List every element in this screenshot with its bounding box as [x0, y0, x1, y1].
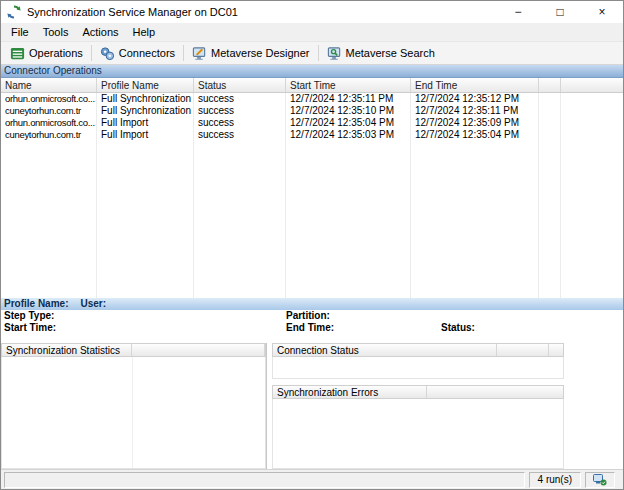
- detail-row-times: Start Time: End Time: Status:: [1, 322, 623, 334]
- status-bar-message-area: [4, 472, 525, 488]
- column-header-status[interactable]: Status: [194, 78, 286, 92]
- cell-profile-name: Full Synchronization: [97, 93, 194, 105]
- column-header-name[interactable]: Name: [1, 78, 97, 92]
- step-type-label: Step Type:: [1, 310, 286, 322]
- cell-name: cuneytorhun.com.tr: [1, 129, 97, 141]
- metaverse-designer-button-label: Metaverse Designer: [211, 47, 309, 59]
- cell-status: success: [194, 117, 286, 129]
- table-row[interactable]: orhun.onmicrosoft.co... Full Synchroniza…: [1, 93, 623, 105]
- detail-row-step: Step Type: Partition:: [1, 310, 623, 322]
- connection-status-header: Connection Status: [272, 343, 564, 357]
- menu-help[interactable]: Help: [126, 24, 163, 40]
- sync-statistics-header-blank[interactable]: [132, 344, 265, 356]
- run-count: 4 run(s): [529, 472, 581, 488]
- column-header-blank[interactable]: [539, 78, 561, 92]
- table-row[interactable]: cuneytorhun.com.tr Full Synchronization …: [1, 105, 623, 117]
- connectors-icon: [100, 46, 115, 61]
- column-header-profile-name[interactable]: Profile Name: [97, 78, 194, 92]
- synchronization-errors-header: Synchronization Errors: [272, 385, 564, 399]
- maximize-button[interactable]: □: [539, 1, 581, 23]
- status-bar-icon-cell: [585, 472, 615, 488]
- cell-start-time: 12/7/2024 12:35:04 PM: [286, 117, 411, 129]
- status-label: Status:: [441, 322, 623, 334]
- connection-status-panel: Connection Status Synchronization Errors: [272, 343, 564, 469]
- sync-statistics-header-label[interactable]: Synchronization Statistics: [2, 344, 132, 356]
- connection-state-icon: [593, 474, 607, 486]
- sync-statistics-header: Synchronization Statistics: [1, 343, 266, 357]
- menu-tools[interactable]: Tools: [36, 24, 76, 40]
- operations-icon: [10, 46, 25, 61]
- operations-button-label: Operations: [29, 47, 83, 59]
- cell-end-time: 12/7/2024 12:35:04 PM: [411, 129, 539, 141]
- title-bar: Synchronization Service Manager on DC01 …: [1, 1, 623, 23]
- window-controls: − □ ×: [497, 1, 623, 23]
- menu-bar: File Tools Actions Help: [1, 23, 623, 41]
- metaverse-designer-button[interactable]: Metaverse Designer: [186, 44, 315, 63]
- cell-status: success: [194, 105, 286, 117]
- menu-file[interactable]: File: [4, 24, 36, 40]
- synchronization-statistics-panel: Synchronization Statistics: [1, 343, 267, 469]
- cell-name: orhun.onmicrosoft.co...: [1, 117, 97, 129]
- toolbar: Operations Connectors Metaverse Designer: [1, 41, 623, 65]
- cell-status: success: [194, 129, 286, 141]
- column-divider: [132, 357, 133, 468]
- column-header-filler: [561, 78, 623, 92]
- cell-profile-name: Full Synchronization: [97, 105, 194, 117]
- app-icon: [6, 4, 22, 20]
- column-header-start-time[interactable]: Start Time: [286, 78, 411, 92]
- cell-name: orhun.onmicrosoft.co...: [1, 93, 97, 105]
- connector-operations-header: Connector Operations: [1, 65, 623, 78]
- connectors-button-label: Connectors: [119, 47, 175, 59]
- spacer: [1, 334, 623, 343]
- cell-start-time: 12/7/2024 12:35:11 PM: [286, 93, 411, 105]
- close-button[interactable]: ×: [581, 1, 623, 23]
- metaverse-search-button-label: Metaverse Search: [346, 47, 435, 59]
- panel-empty-area: [564, 343, 623, 469]
- sync-errors-header-blank[interactable]: [427, 386, 563, 398]
- minimize-button[interactable]: −: [497, 1, 539, 23]
- connection-status-header-blank2[interactable]: [549, 344, 563, 356]
- profile-name-label: Profile Name:: [1, 298, 68, 310]
- menu-actions[interactable]: Actions: [75, 24, 125, 40]
- connectors-button[interactable]: Connectors: [94, 44, 181, 63]
- metaverse-search-button[interactable]: Metaverse Search: [321, 44, 441, 63]
- end-time-label: End Time:: [286, 322, 441, 334]
- status-bar: 4 run(s): [1, 469, 623, 489]
- sync-errors-body: [272, 399, 564, 469]
- user-label: User:: [80, 298, 106, 310]
- cell-name: cuneytorhun.com.tr: [1, 105, 97, 117]
- cell-start-time: 12/7/2024 12:35:03 PM: [286, 129, 411, 141]
- table-row[interactable]: cuneytorhun.com.tr Full Import success 1…: [1, 129, 623, 141]
- toolbar-separator: [183, 45, 184, 61]
- cell-profile-name: Full Import: [97, 117, 194, 129]
- metaverse-search-icon: [327, 46, 342, 61]
- table-row[interactable]: orhun.onmicrosoft.co... Full Import succ…: [1, 117, 623, 129]
- sync-statistics-body: [1, 357, 266, 469]
- metaverse-designer-icon: [192, 46, 207, 61]
- toolbar-separator: [318, 45, 319, 61]
- detail-panels: Synchronization Statistics Connection St…: [1, 343, 623, 469]
- window-title: Synchronization Service Manager on DC01: [27, 6, 238, 18]
- cell-end-time: 12/7/2024 12:35:12 PM: [411, 93, 539, 105]
- connection-status-body: [272, 357, 564, 379]
- profile-detail-bar: Profile Name: User:: [1, 298, 623, 310]
- toolbar-separator: [91, 45, 92, 61]
- sync-errors-header-label[interactable]: Synchronization Errors: [273, 386, 427, 398]
- connection-status-header-label[interactable]: Connection Status: [273, 344, 497, 356]
- app-window: Synchronization Service Manager on DC01 …: [0, 0, 624, 490]
- partition-label: Partition:: [286, 310, 441, 322]
- column-header-end-time[interactable]: End Time: [411, 78, 539, 92]
- connection-status-header-blank[interactable]: [497, 344, 549, 356]
- operations-table-body: orhun.onmicrosoft.co... Full Synchroniza…: [1, 93, 623, 298]
- operations-table-header: Name Profile Name Status Start Time End …: [1, 78, 623, 93]
- start-time-label: Start Time:: [1, 322, 286, 334]
- operations-button[interactable]: Operations: [4, 44, 89, 63]
- cell-end-time: 12/7/2024 12:35:11 PM: [411, 105, 539, 117]
- cell-profile-name: Full Import: [97, 129, 194, 141]
- cell-status: success: [194, 93, 286, 105]
- cell-start-time: 12/7/2024 12:35:10 PM: [286, 105, 411, 117]
- cell-end-time: 12/7/2024 12:35:09 PM: [411, 117, 539, 129]
